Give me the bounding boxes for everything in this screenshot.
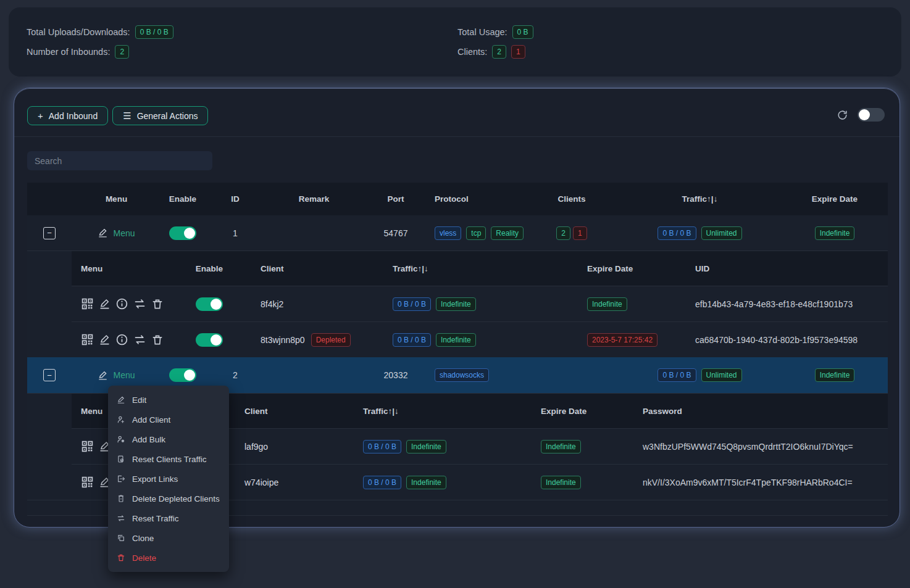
- general-actions-button[interactable]: ☰ General Actions: [112, 106, 208, 125]
- client-traffic-badge: 0 B / 0 B: [393, 297, 431, 311]
- hamburger-icon: ☰: [123, 110, 131, 122]
- menu-item-delete-depleted-clients[interactable]: Delete Depleted Clients: [108, 489, 229, 508]
- collapse-row-button[interactable]: −: [43, 227, 56, 239]
- number-of-inbounds-value: 2: [115, 45, 129, 59]
- menu-item-edit[interactable]: Edit: [108, 390, 229, 410]
- qr-code-icon[interactable]: [81, 333, 94, 346]
- header-port: Port: [362, 183, 430, 215]
- refresh-icon[interactable]: [837, 109, 848, 121]
- network-tag: tcp: [466, 226, 486, 240]
- menu-item-add-bulk[interactable]: Add Bulk: [108, 429, 229, 449]
- inbound-1-clients-section: Menu Enable Client Traffic↑|↓ Expire Dat…: [27, 251, 888, 357]
- reset-traffic-icon[interactable]: [133, 297, 146, 310]
- depleted-badge: Depleted: [311, 333, 351, 347]
- inbound-row-1: − Menu 1 54767 vless tcp Reality 2 1 0: [27, 215, 888, 251]
- inbound-context-menu: Edit Add Client Add Bulk Reset Clients T…: [108, 386, 229, 572]
- menu-item-reset-clients-traffic[interactable]: Reset Clients Traffic: [108, 449, 229, 469]
- clone-icon: [117, 534, 125, 542]
- header-remark: Remark: [266, 183, 362, 215]
- total-uploads-downloads-label: Total Uploads/Downloads:: [27, 27, 130, 37]
- header-id: ID: [204, 183, 266, 215]
- collapse-row-button[interactable]: −: [43, 369, 56, 381]
- header-protocol: Protocol: [430, 183, 525, 215]
- client-name: w74ioipe: [226, 465, 356, 500]
- qr-code-icon[interactable]: [81, 476, 94, 489]
- inbound-menu-button[interactable]: Menu: [98, 370, 135, 381]
- inbound-remark: [266, 215, 362, 251]
- add-inbound-label: Add Inbound: [49, 111, 98, 121]
- delete-client-icon[interactable]: [151, 298, 164, 310]
- expire-badge: Indefinite: [815, 368, 855, 382]
- reset-traffic-icon[interactable]: [133, 333, 146, 346]
- inbound-menu-button[interactable]: Menu: [98, 228, 135, 238]
- client-expire-badge: 2023-5-7 17:25:42: [587, 333, 657, 347]
- qr-code-icon[interactable]: [81, 440, 94, 453]
- client-password: nkV/I/3XoAm9v6xMT/T5IcrF4TpeTKF98rHARbRo…: [633, 465, 888, 500]
- edit-client-icon[interactable]: [99, 334, 111, 346]
- client-password: w3NfbzUPf5WWd745Q8pvsmQrdrttT2IO6knuI7Di…: [633, 429, 888, 464]
- plus-icon: +: [38, 110, 43, 121]
- traffic-badge: 0 B / 0 B: [657, 226, 696, 240]
- client-traffic-badge: 0 B / 0 B: [363, 476, 401, 489]
- client-limit-badge: Indefinite: [406, 440, 446, 453]
- security-tag: Reality: [491, 226, 524, 240]
- header-expand: [27, 183, 72, 215]
- client-limit-badge: Indefinite: [436, 297, 476, 311]
- traffic-limit-badge: Unlimited: [701, 226, 742, 240]
- client-traffic-badge: 0 B / 0 B: [363, 440, 401, 453]
- client-name: 8t3wjnn8p0: [261, 335, 305, 345]
- menu-item-reset-traffic[interactable]: Reset Traffic: [108, 508, 229, 528]
- client-uid: ca68470b-1940-437d-802b-1f9573e94598: [686, 322, 888, 357]
- inbound-port: 54767: [362, 215, 430, 251]
- client-enable-toggle[interactable]: [196, 333, 223, 347]
- header-menu: Menu: [72, 183, 161, 215]
- client-row: 8t3wjnn8p0 Depleted 0 B / 0 B Indefinite…: [72, 321, 888, 357]
- inbound-id: 1: [204, 215, 266, 251]
- traffic-limit-badge: Unlimited: [701, 368, 742, 382]
- edit-pencil-icon: [98, 228, 108, 238]
- info-icon[interactable]: [115, 333, 128, 346]
- stats-card: Total Uploads/Downloads: 0 B / 0 B Numbe…: [9, 7, 901, 77]
- edit-client-icon[interactable]: [99, 298, 111, 310]
- add-bulk-icon: [117, 435, 125, 444]
- protocol-tag: vless: [435, 226, 461, 240]
- client-traffic-badge: 0 B / 0 B: [393, 333, 431, 347]
- delete-client-icon[interactable]: [151, 334, 164, 346]
- enable-toggle[interactable]: [169, 368, 196, 382]
- enable-toggle[interactable]: [169, 226, 196, 240]
- header-traffic[interactable]: Traffic↑|↓: [618, 183, 782, 215]
- client-name: laf9go: [226, 429, 356, 464]
- client-limit-badge: Indefinite: [406, 476, 446, 489]
- delete-icon: [117, 553, 125, 562]
- menu-item-export-links[interactable]: Export Links: [108, 469, 229, 489]
- qr-code-icon[interactable]: [81, 297, 94, 310]
- total-usage-label: Total Usage:: [457, 27, 507, 37]
- delete-depleted-clients-icon: [117, 494, 125, 503]
- client-expire-badge: Indefinite: [541, 440, 581, 453]
- expire-badge: Indefinite: [815, 226, 855, 240]
- client-limit-badge: Indefinite: [436, 333, 476, 347]
- edit-icon: [117, 395, 125, 404]
- client-name: 8f4kj2: [242, 286, 383, 321]
- menu-item-delete[interactable]: Delete: [108, 548, 229, 568]
- menu-item-add-client[interactable]: Add Client: [108, 410, 229, 429]
- general-actions-label: General Actions: [137, 111, 198, 121]
- number-of-inbounds-label: Number of Inbounds:: [27, 47, 110, 57]
- dark-mode-toggle[interactable]: [858, 108, 885, 122]
- header-expire-date: Expire Date: [782, 183, 888, 215]
- client-enable-toggle[interactable]: [196, 297, 223, 311]
- total-uploads-downloads-value: 0 B / 0 B: [135, 25, 173, 39]
- search-input[interactable]: [27, 151, 212, 170]
- toolbar-divider: [14, 136, 900, 137]
- header-clients: Clients: [525, 183, 618, 215]
- clients-active-count: 2: [492, 45, 506, 59]
- client-row: 8f4kj2 0 B / 0 B Indefinite Indefinite e…: [72, 286, 888, 321]
- export-links-icon: [117, 474, 125, 483]
- inbound-remark: [266, 357, 362, 393]
- info-icon[interactable]: [115, 297, 128, 310]
- protocol-tag: shadowsocks: [435, 368, 489, 382]
- add-inbound-button[interactable]: + Add Inbound: [27, 106, 108, 125]
- add-client-icon: [117, 415, 125, 424]
- edit-pencil-icon: [98, 370, 108, 381]
- menu-item-clone[interactable]: Clone: [108, 528, 229, 548]
